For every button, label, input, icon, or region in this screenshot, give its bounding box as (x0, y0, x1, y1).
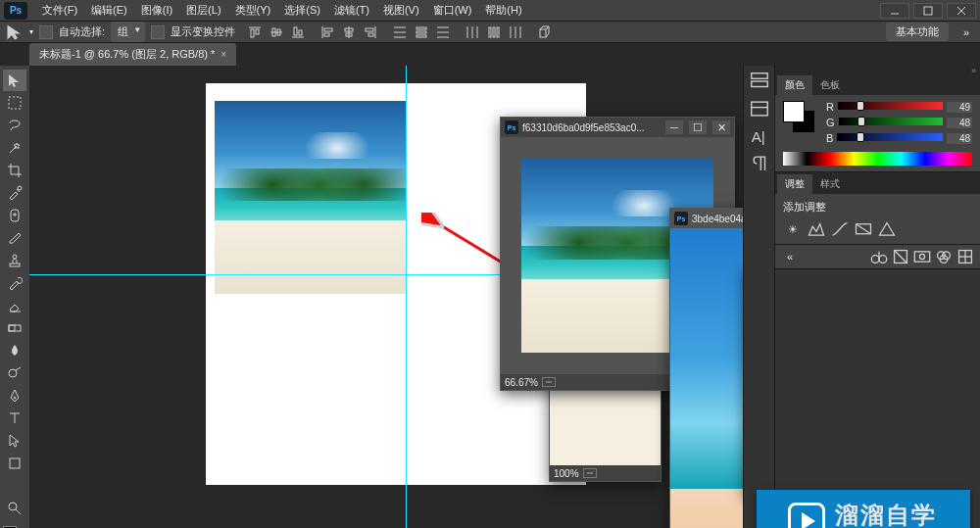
mini-paragraph-icon[interactable] (749, 154, 770, 173)
g-slider[interactable] (839, 118, 943, 127)
minimize-button[interactable] (880, 3, 909, 19)
menu-image[interactable]: 图像(I) (134, 0, 179, 21)
panel-ic-photo-icon[interactable] (913, 249, 931, 264)
align-bottom-icon[interactable] (288, 23, 308, 42)
align-hcenter-icon[interactable] (339, 23, 359, 42)
b-label: B (826, 132, 833, 144)
panel-ic-bw-icon[interactable] (892, 249, 909, 264)
floating-min-1[interactable]: ─ (665, 120, 683, 134)
tab-styles[interactable]: 样式 (812, 174, 848, 194)
tab-swatches[interactable]: 色板 (812, 75, 848, 95)
3d-mode-icon[interactable] (535, 23, 555, 42)
panel-icon-row: « (775, 245, 980, 269)
svg-rect-61 (10, 458, 20, 468)
panel-ic-balance-icon[interactable] (870, 249, 888, 264)
adj-exposure-icon[interactable] (854, 220, 873, 238)
auto-select-checkbox[interactable] (39, 25, 53, 39)
menu-help[interactable]: 帮助(H) (478, 0, 528, 21)
g-value[interactable]: 48 (947, 118, 972, 128)
document-tab[interactable]: 未标题-1 @ 66.7% (图层 2, RGB/8) * × (29, 43, 236, 66)
align-top-icon[interactable] (245, 23, 265, 42)
tab-adjust[interactable]: 调整 (777, 174, 812, 194)
panel-ic-mixer-icon[interactable] (935, 249, 953, 264)
r-value[interactable]: 49 (947, 102, 972, 113)
align-left-icon[interactable] (318, 23, 337, 42)
panel-ic-lut-icon[interactable] (956, 249, 974, 264)
adj-brightness-icon[interactable]: ☀ (783, 220, 803, 238)
menu-type[interactable]: 类型(Y) (228, 0, 278, 21)
svg-line-57 (16, 367, 21, 370)
menu-edit[interactable]: 编辑(E) (84, 0, 134, 21)
hand-tool[interactable] (3, 475, 26, 497)
align-vcenter-icon[interactable] (267, 23, 286, 42)
gradient-tool[interactable] (3, 317, 26, 339)
zoom-info-icon[interactable] (583, 468, 597, 478)
adj-levels-icon[interactable] (807, 220, 826, 238)
mini-history-icon[interactable] (749, 72, 770, 91)
floating-zoom-extra: 100% (554, 468, 579, 479)
menu-filter[interactable]: 滤镜(T) (327, 0, 376, 21)
svg-rect-27 (416, 35, 426, 37)
lasso-tool[interactable] (3, 115, 26, 136)
panel-collapse-icon[interactable]: » (958, 26, 974, 38)
collapse-dock-icon[interactable]: « (781, 249, 799, 264)
move-tool[interactable] (3, 70, 26, 91)
dist-top-icon[interactable] (390, 23, 410, 42)
workspace-switcher[interactable]: 基本功能 (886, 23, 949, 41)
dist-left-icon[interactable] (463, 23, 482, 42)
menu-window[interactable]: 窗口(W) (426, 0, 479, 21)
stamp-tool[interactable] (3, 250, 26, 271)
dist-bottom-icon[interactable] (433, 23, 453, 42)
menu-view[interactable]: 视图(V) (376, 0, 426, 21)
close-button[interactable] (947, 3, 976, 19)
add-adjust-label: 添加调整 (783, 200, 972, 215)
wand-tool[interactable] (3, 137, 26, 159)
placed-image[interactable] (215, 101, 406, 294)
mini-character-icon[interactable]: A| (749, 126, 770, 146)
b-value[interactable]: 48 (947, 133, 972, 144)
eraser-tool[interactable] (3, 295, 26, 316)
floating-close-1[interactable]: ✕ (712, 120, 730, 134)
auto-select-dropdown[interactable]: 组 (111, 22, 145, 42)
menu-select[interactable]: 选择(S) (277, 0, 327, 21)
adj-vibrance-icon[interactable] (877, 220, 897, 238)
type-tool[interactable] (3, 408, 26, 429)
guide-vertical[interactable] (406, 66, 407, 528)
zoom-tool[interactable] (3, 498, 26, 519)
dist-right-icon[interactable] (506, 23, 525, 42)
floating-max-1[interactable]: ☐ (689, 120, 707, 134)
dist-vcenter-icon[interactable] (412, 23, 431, 42)
blur-tool[interactable] (3, 340, 26, 361)
svg-rect-6 (256, 29, 259, 34)
dist-hcenter-icon[interactable] (484, 23, 504, 42)
move-tool-indicator-icon[interactable] (6, 24, 24, 41)
mini-properties-icon[interactable] (749, 99, 770, 119)
svg-point-75 (879, 256, 887, 264)
menu-layer[interactable]: 图层(L) (179, 0, 227, 21)
r-slider[interactable] (838, 102, 943, 112)
show-transform-checkbox[interactable] (151, 25, 165, 39)
hue-strip[interactable] (783, 152, 972, 166)
menu-file[interactable]: 文件(F) (35, 0, 84, 21)
crop-tool[interactable] (3, 160, 26, 181)
tab-color[interactable]: 颜色 (777, 75, 812, 95)
adj-curves-icon[interactable] (830, 220, 850, 238)
align-right-icon[interactable] (361, 23, 380, 42)
b-slider[interactable] (837, 133, 943, 143)
pen-tool[interactable] (3, 385, 26, 407)
healing-tool[interactable] (3, 205, 26, 226)
zoom-info-icon[interactable] (542, 377, 556, 387)
svg-rect-1 (924, 7, 932, 15)
maximize-button[interactable] (913, 3, 943, 19)
color-swatch-pair[interactable] (783, 101, 814, 132)
brush-tool[interactable] (3, 227, 26, 249)
dodge-tool[interactable] (3, 362, 26, 384)
marquee-tool[interactable] (3, 92, 26, 114)
path-select-tool[interactable] (3, 430, 26, 452)
svg-point-74 (871, 256, 879, 264)
svg-text:A|: A| (751, 128, 764, 145)
history-brush-tool[interactable] (3, 272, 26, 294)
document-tab-close-icon[interactable]: × (220, 49, 226, 60)
shape-tool[interactable] (3, 453, 26, 474)
eyedropper-tool[interactable] (3, 182, 26, 204)
